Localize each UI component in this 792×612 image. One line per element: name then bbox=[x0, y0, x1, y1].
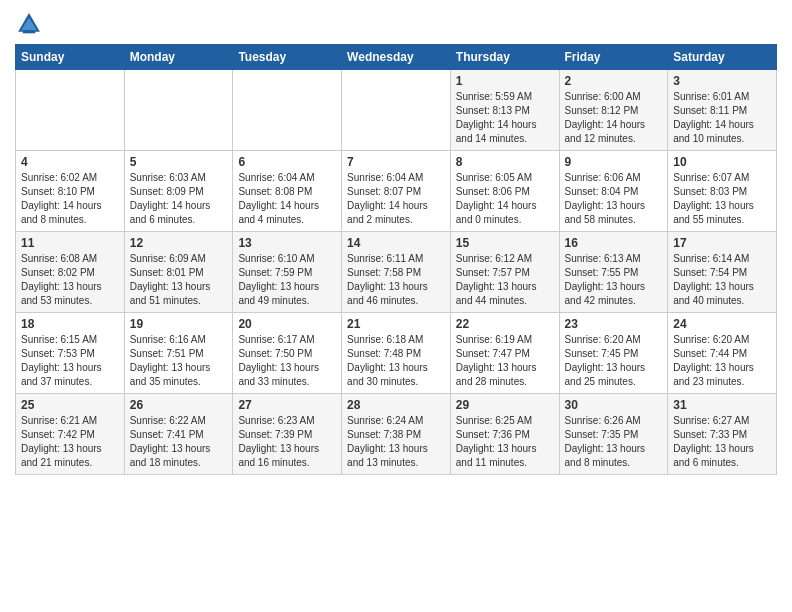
cell-info: Sunrise: 6:07 AMSunset: 8:03 PMDaylight:… bbox=[673, 171, 771, 227]
calendar-cell: 2Sunrise: 6:00 AMSunset: 8:12 PMDaylight… bbox=[559, 70, 668, 151]
cell-info: Sunrise: 6:05 AMSunset: 8:06 PMDaylight:… bbox=[456, 171, 554, 227]
cell-info: Sunrise: 6:20 AMSunset: 7:44 PMDaylight:… bbox=[673, 333, 771, 389]
calendar-cell: 31Sunrise: 6:27 AMSunset: 7:33 PMDayligh… bbox=[668, 394, 777, 475]
calendar-week-row: 11Sunrise: 6:08 AMSunset: 8:02 PMDayligh… bbox=[16, 232, 777, 313]
cell-info: Sunrise: 5:59 AMSunset: 8:13 PMDaylight:… bbox=[456, 90, 554, 146]
calendar-cell bbox=[233, 70, 342, 151]
calendar-cell: 30Sunrise: 6:26 AMSunset: 7:35 PMDayligh… bbox=[559, 394, 668, 475]
day-number: 7 bbox=[347, 155, 445, 169]
logo bbox=[15, 10, 47, 38]
weekday-header-saturday: Saturday bbox=[668, 45, 777, 70]
cell-info: Sunrise: 6:19 AMSunset: 7:47 PMDaylight:… bbox=[456, 333, 554, 389]
cell-info: Sunrise: 6:23 AMSunset: 7:39 PMDaylight:… bbox=[238, 414, 336, 470]
cell-info: Sunrise: 6:06 AMSunset: 8:04 PMDaylight:… bbox=[565, 171, 663, 227]
calendar-cell: 12Sunrise: 6:09 AMSunset: 8:01 PMDayligh… bbox=[124, 232, 233, 313]
day-number: 13 bbox=[238, 236, 336, 250]
calendar-cell: 16Sunrise: 6:13 AMSunset: 7:55 PMDayligh… bbox=[559, 232, 668, 313]
svg-rect-2 bbox=[23, 30, 35, 33]
calendar-cell: 7Sunrise: 6:04 AMSunset: 8:07 PMDaylight… bbox=[342, 151, 451, 232]
header bbox=[15, 10, 777, 38]
day-number: 19 bbox=[130, 317, 228, 331]
calendar-cell: 26Sunrise: 6:22 AMSunset: 7:41 PMDayligh… bbox=[124, 394, 233, 475]
cell-info: Sunrise: 6:21 AMSunset: 7:42 PMDaylight:… bbox=[21, 414, 119, 470]
calendar-cell: 9Sunrise: 6:06 AMSunset: 8:04 PMDaylight… bbox=[559, 151, 668, 232]
day-number: 11 bbox=[21, 236, 119, 250]
calendar-cell: 28Sunrise: 6:24 AMSunset: 7:38 PMDayligh… bbox=[342, 394, 451, 475]
calendar-cell: 10Sunrise: 6:07 AMSunset: 8:03 PMDayligh… bbox=[668, 151, 777, 232]
day-number: 23 bbox=[565, 317, 663, 331]
day-number: 15 bbox=[456, 236, 554, 250]
day-number: 5 bbox=[130, 155, 228, 169]
calendar-cell: 25Sunrise: 6:21 AMSunset: 7:42 PMDayligh… bbox=[16, 394, 125, 475]
day-number: 2 bbox=[565, 74, 663, 88]
cell-info: Sunrise: 6:04 AMSunset: 8:08 PMDaylight:… bbox=[238, 171, 336, 227]
calendar-cell bbox=[124, 70, 233, 151]
weekday-header-monday: Monday bbox=[124, 45, 233, 70]
day-number: 1 bbox=[456, 74, 554, 88]
day-number: 27 bbox=[238, 398, 336, 412]
day-number: 12 bbox=[130, 236, 228, 250]
calendar-cell: 4Sunrise: 6:02 AMSunset: 8:10 PMDaylight… bbox=[16, 151, 125, 232]
weekday-header-friday: Friday bbox=[559, 45, 668, 70]
calendar-cell: 23Sunrise: 6:20 AMSunset: 7:45 PMDayligh… bbox=[559, 313, 668, 394]
calendar-cell: 20Sunrise: 6:17 AMSunset: 7:50 PMDayligh… bbox=[233, 313, 342, 394]
logo-icon bbox=[15, 10, 43, 38]
weekday-header-thursday: Thursday bbox=[450, 45, 559, 70]
cell-info: Sunrise: 6:15 AMSunset: 7:53 PMDaylight:… bbox=[21, 333, 119, 389]
cell-info: Sunrise: 6:12 AMSunset: 7:57 PMDaylight:… bbox=[456, 252, 554, 308]
day-number: 21 bbox=[347, 317, 445, 331]
calendar-week-row: 18Sunrise: 6:15 AMSunset: 7:53 PMDayligh… bbox=[16, 313, 777, 394]
cell-info: Sunrise: 6:14 AMSunset: 7:54 PMDaylight:… bbox=[673, 252, 771, 308]
cell-info: Sunrise: 6:24 AMSunset: 7:38 PMDaylight:… bbox=[347, 414, 445, 470]
calendar-cell: 8Sunrise: 6:05 AMSunset: 8:06 PMDaylight… bbox=[450, 151, 559, 232]
weekday-header-sunday: Sunday bbox=[16, 45, 125, 70]
cell-info: Sunrise: 6:04 AMSunset: 8:07 PMDaylight:… bbox=[347, 171, 445, 227]
day-number: 17 bbox=[673, 236, 771, 250]
cell-info: Sunrise: 6:27 AMSunset: 7:33 PMDaylight:… bbox=[673, 414, 771, 470]
calendar-cell: 3Sunrise: 6:01 AMSunset: 8:11 PMDaylight… bbox=[668, 70, 777, 151]
weekday-header-tuesday: Tuesday bbox=[233, 45, 342, 70]
calendar-week-row: 1Sunrise: 5:59 AMSunset: 8:13 PMDaylight… bbox=[16, 70, 777, 151]
day-number: 26 bbox=[130, 398, 228, 412]
calendar-cell: 24Sunrise: 6:20 AMSunset: 7:44 PMDayligh… bbox=[668, 313, 777, 394]
cell-info: Sunrise: 6:09 AMSunset: 8:01 PMDaylight:… bbox=[130, 252, 228, 308]
cell-info: Sunrise: 6:01 AMSunset: 8:11 PMDaylight:… bbox=[673, 90, 771, 146]
calendar-cell: 21Sunrise: 6:18 AMSunset: 7:48 PMDayligh… bbox=[342, 313, 451, 394]
cell-info: Sunrise: 6:08 AMSunset: 8:02 PMDaylight:… bbox=[21, 252, 119, 308]
cell-info: Sunrise: 6:26 AMSunset: 7:35 PMDaylight:… bbox=[565, 414, 663, 470]
cell-info: Sunrise: 6:18 AMSunset: 7:48 PMDaylight:… bbox=[347, 333, 445, 389]
day-number: 8 bbox=[456, 155, 554, 169]
day-number: 4 bbox=[21, 155, 119, 169]
calendar-week-row: 4Sunrise: 6:02 AMSunset: 8:10 PMDaylight… bbox=[16, 151, 777, 232]
calendar-cell: 6Sunrise: 6:04 AMSunset: 8:08 PMDaylight… bbox=[233, 151, 342, 232]
calendar-week-row: 25Sunrise: 6:21 AMSunset: 7:42 PMDayligh… bbox=[16, 394, 777, 475]
day-number: 28 bbox=[347, 398, 445, 412]
cell-info: Sunrise: 6:25 AMSunset: 7:36 PMDaylight:… bbox=[456, 414, 554, 470]
calendar-cell: 13Sunrise: 6:10 AMSunset: 7:59 PMDayligh… bbox=[233, 232, 342, 313]
calendar-cell: 17Sunrise: 6:14 AMSunset: 7:54 PMDayligh… bbox=[668, 232, 777, 313]
calendar-table: SundayMondayTuesdayWednesdayThursdayFrid… bbox=[15, 44, 777, 475]
calendar-cell: 11Sunrise: 6:08 AMSunset: 8:02 PMDayligh… bbox=[16, 232, 125, 313]
cell-info: Sunrise: 6:13 AMSunset: 7:55 PMDaylight:… bbox=[565, 252, 663, 308]
cell-info: Sunrise: 6:11 AMSunset: 7:58 PMDaylight:… bbox=[347, 252, 445, 308]
cell-info: Sunrise: 6:20 AMSunset: 7:45 PMDaylight:… bbox=[565, 333, 663, 389]
calendar-cell: 18Sunrise: 6:15 AMSunset: 7:53 PMDayligh… bbox=[16, 313, 125, 394]
calendar-cell: 14Sunrise: 6:11 AMSunset: 7:58 PMDayligh… bbox=[342, 232, 451, 313]
cell-info: Sunrise: 6:03 AMSunset: 8:09 PMDaylight:… bbox=[130, 171, 228, 227]
calendar-cell: 5Sunrise: 6:03 AMSunset: 8:09 PMDaylight… bbox=[124, 151, 233, 232]
cell-info: Sunrise: 6:00 AMSunset: 8:12 PMDaylight:… bbox=[565, 90, 663, 146]
day-number: 22 bbox=[456, 317, 554, 331]
day-number: 16 bbox=[565, 236, 663, 250]
calendar-cell: 29Sunrise: 6:25 AMSunset: 7:36 PMDayligh… bbox=[450, 394, 559, 475]
cell-info: Sunrise: 6:16 AMSunset: 7:51 PMDaylight:… bbox=[130, 333, 228, 389]
day-number: 3 bbox=[673, 74, 771, 88]
day-number: 30 bbox=[565, 398, 663, 412]
cell-info: Sunrise: 6:17 AMSunset: 7:50 PMDaylight:… bbox=[238, 333, 336, 389]
calendar-cell: 1Sunrise: 5:59 AMSunset: 8:13 PMDaylight… bbox=[450, 70, 559, 151]
day-number: 18 bbox=[21, 317, 119, 331]
day-number: 29 bbox=[456, 398, 554, 412]
cell-info: Sunrise: 6:10 AMSunset: 7:59 PMDaylight:… bbox=[238, 252, 336, 308]
calendar-cell bbox=[16, 70, 125, 151]
weekday-header-wednesday: Wednesday bbox=[342, 45, 451, 70]
day-number: 6 bbox=[238, 155, 336, 169]
